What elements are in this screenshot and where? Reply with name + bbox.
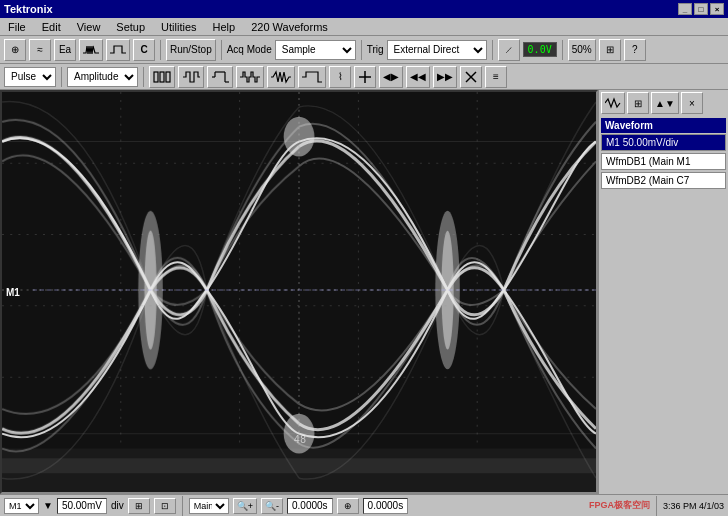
- arrow-down-icon: ▼: [43, 500, 53, 511]
- run-stop-button[interactable]: Run/Stop: [166, 39, 216, 61]
- amplitude-select[interactable]: Amplitude: [67, 67, 138, 87]
- wave-btn-4[interactable]: [236, 66, 264, 88]
- close-button[interactable]: ×: [710, 3, 724, 15]
- scope-display: 48 M1: [0, 90, 598, 494]
- help-button[interactable]: ?: [624, 39, 646, 61]
- right-wave-icon2[interactable]: ⊞: [627, 92, 649, 114]
- measure-button[interactable]: ≈: [29, 39, 51, 61]
- status-sep: [182, 496, 183, 516]
- waveform-entry-0[interactable]: M1 50.00mV/div: [601, 134, 726, 151]
- readout1-field: 0.0000s: [287, 498, 333, 514]
- wave-btn-2[interactable]: [178, 66, 204, 88]
- right-wave-icon1[interactable]: [601, 92, 625, 114]
- title-bar: Tektronix _ □ ×: [0, 0, 728, 18]
- menu-utilities[interactable]: Utilities: [157, 20, 200, 34]
- wave-btn-7[interactable]: ⌇: [329, 66, 351, 88]
- menu-edit[interactable]: Edit: [38, 20, 65, 34]
- status-bar: M1 ▼ 50.00mV div ⊞ ⊡ Main 🔍+ 🔍- 0.0000s …: [0, 494, 728, 516]
- wave-btn-13[interactable]: ≡: [485, 66, 507, 88]
- toolbar1: ⊕ ≈ Ea C Run/Stop Acq Mode Sample Averag…: [0, 36, 728, 64]
- status-icon2[interactable]: ⊡: [154, 498, 176, 514]
- menu-file[interactable]: File: [4, 20, 30, 34]
- wave-btn-3[interactable]: [207, 66, 233, 88]
- separator5: [562, 40, 563, 60]
- expand-button[interactable]: ⊞: [599, 39, 621, 61]
- maximize-button[interactable]: □: [694, 3, 708, 15]
- pulse-select[interactable]: Pulse: [4, 67, 56, 87]
- svg-rect-2: [166, 72, 170, 82]
- percent-button[interactable]: 50%: [568, 39, 596, 61]
- cursor-icon1[interactable]: ⊕: [337, 498, 359, 514]
- readout2-field: 0.0000s: [363, 498, 409, 514]
- m1-marker-label: M1: [6, 287, 20, 298]
- wave-btn-5[interactable]: [267, 66, 295, 88]
- separator3: [361, 40, 362, 60]
- single-c-button[interactable]: C: [133, 39, 155, 61]
- status-icon1[interactable]: ⊞: [128, 498, 150, 514]
- menu-waveforms[interactable]: 220 Waveforms: [247, 20, 332, 34]
- wave-btn-10[interactable]: ◀◀: [406, 66, 430, 88]
- svg-rect-0: [154, 72, 158, 82]
- acq-mode-select[interactable]: Sample Average Peak Detect: [275, 40, 356, 60]
- separator4: [492, 40, 493, 60]
- cursor-button[interactable]: ⊕: [4, 39, 26, 61]
- wave-btn-12[interactable]: [460, 66, 482, 88]
- right-wave-icon4[interactable]: ×: [681, 92, 703, 114]
- trig-select[interactable]: External Direct Internal Line: [387, 40, 487, 60]
- menu-bar: File Edit View Setup Utilities Help 220 …: [0, 18, 728, 36]
- svg-text:48: 48: [294, 435, 306, 446]
- sep-t2-2: [143, 67, 144, 87]
- div-label: div: [111, 500, 124, 511]
- waveform-entry-2[interactable]: WfmDB2 (Main C7: [601, 172, 726, 189]
- menu-setup[interactable]: Setup: [112, 20, 149, 34]
- status-sep2: [656, 496, 657, 516]
- minimize-button[interactable]: _: [678, 3, 692, 15]
- eye-diagram-svg: 48: [2, 92, 596, 492]
- main-select[interactable]: Main: [189, 498, 229, 514]
- waveform-c2-button[interactable]: [106, 39, 130, 61]
- right-wave-icon3[interactable]: ▲▼: [651, 92, 679, 114]
- right-panel: ⊞ ▲▼ × Waveform M1 50.00mV/div WfmDB1 (M…: [598, 90, 728, 494]
- menu-view[interactable]: View: [73, 20, 105, 34]
- toolbar2: Pulse Amplitude ⌇ ◀▶ ◀◀ ▶▶ ≡: [0, 64, 728, 90]
- title-text: Tektronix: [4, 3, 53, 15]
- svg-rect-1: [160, 72, 164, 82]
- timestamp: 3:36 PM 4/1/03: [663, 501, 724, 511]
- waveform-entry-1[interactable]: WfmDB1 (Main M1: [601, 153, 726, 170]
- mv-field: 50.00mV: [57, 498, 107, 514]
- menu-help[interactable]: Help: [209, 20, 240, 34]
- wave-btn-9[interactable]: ◀▶: [379, 66, 403, 88]
- watermark-text: FPGA极客空间: [589, 499, 650, 512]
- main-area: 48 M1 ⊞ ▲▼ × Waveform M1 50.00mV/div Wfm…: [0, 90, 728, 494]
- slope-button[interactable]: ⟋: [498, 39, 520, 61]
- zoom-out-button[interactable]: 🔍-: [261, 498, 283, 514]
- svg-rect-14: [2, 458, 596, 473]
- wave-btn-1[interactable]: [149, 66, 175, 88]
- separator1: [160, 40, 161, 60]
- waveform-panel-header: Waveform: [601, 118, 726, 133]
- separator2: [221, 40, 222, 60]
- wave-btn-6[interactable]: [298, 66, 326, 88]
- waveform-c-button[interactable]: [79, 39, 103, 61]
- voltage-display: 0.0V: [523, 42, 557, 57]
- window-controls: _ □ ×: [678, 3, 724, 15]
- trig-label: Trig: [367, 44, 384, 55]
- wave-btn-11[interactable]: ▶▶: [433, 66, 457, 88]
- ch-select[interactable]: M1: [4, 498, 39, 514]
- autoset-button[interactable]: Ea: [54, 39, 76, 61]
- zoom-in-button[interactable]: 🔍+: [233, 498, 257, 514]
- wave-btn-8[interactable]: [354, 66, 376, 88]
- sep-t2-1: [61, 67, 62, 87]
- acq-mode-label: Acq Mode: [227, 44, 272, 55]
